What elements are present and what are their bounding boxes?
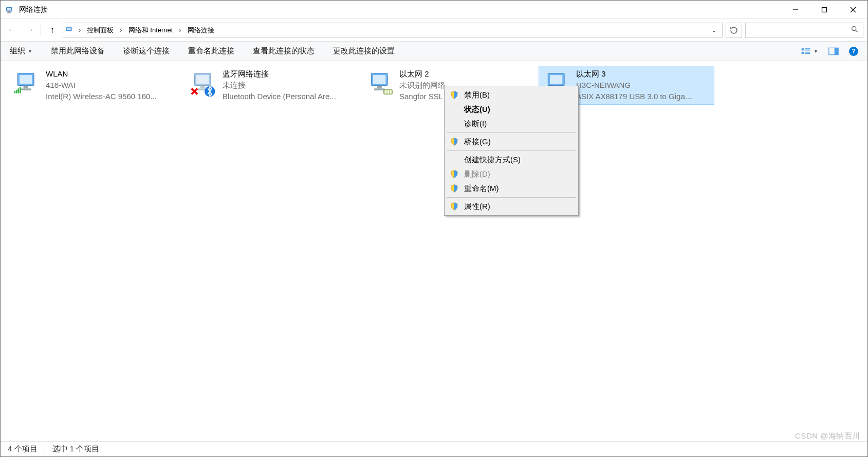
svg-rect-2 <box>8 11 10 12</box>
separator <box>447 150 576 151</box>
status-bar: 4 个项目 选中 1 个项目 <box>1 441 867 456</box>
svg-rect-15 <box>802 51 804 53</box>
address-bar[interactable]: › 控制面板 › 网络和 Internet › 网络连接 ⌄ <box>63 23 723 38</box>
diagnose-button[interactable]: 诊断这个连接 <box>123 46 170 56</box>
svg-rect-24 <box>14 91 15 93</box>
connection-status: H3C-NEIWANG <box>576 80 711 91</box>
item-count: 4 个项目 <box>8 444 38 454</box>
computer-wifi-icon <box>12 68 43 99</box>
svg-point-10 <box>852 27 856 31</box>
svg-rect-13 <box>805 48 810 49</box>
minimize-button[interactable] <box>781 1 810 19</box>
help-icon[interactable]: ? <box>849 47 858 56</box>
computer-bluetooth-disabled-icon <box>189 68 219 99</box>
svg-rect-3 <box>7 12 11 13</box>
svg-rect-23 <box>21 88 31 90</box>
rename-button[interactable]: 重命名此连接 <box>188 46 234 56</box>
organize-button[interactable]: 组织▼ <box>10 46 32 56</box>
svg-rect-16 <box>805 51 810 52</box>
history-dropdown[interactable]: ⌄ <box>708 24 720 36</box>
shield-icon <box>450 202 459 211</box>
connection-device: Bluetooth Device (Personal Are... <box>223 91 357 102</box>
svg-rect-36 <box>373 75 385 84</box>
ctx-shortcut[interactable]: 创建快捷方式(S) <box>446 153 577 167</box>
window-title: 网络连接 <box>19 5 48 14</box>
chevron-down-icon: ▼ <box>814 49 818 54</box>
svg-line-11 <box>856 30 857 32</box>
connection-item-bluetooth[interactable]: 蓝牙网络连接 未连接 Bluetooth Device (Personal Ar… <box>186 66 360 104</box>
connection-item-wlan[interactable]: WLAN 416-WAI Intel(R) Wireless-AC 9560 1… <box>9 66 183 104</box>
svg-rect-1 <box>7 8 11 11</box>
shield-icon <box>450 137 459 146</box>
change-settings-button[interactable]: 更改此连接的设置 <box>333 46 395 56</box>
path-icon <box>65 25 75 35</box>
svg-rect-27 <box>20 87 21 93</box>
preview-pane-button[interactable] <box>828 47 839 55</box>
separator <box>41 25 41 36</box>
ctx-disable[interactable]: 禁用(B) <box>446 88 577 102</box>
svg-rect-26 <box>17 88 19 93</box>
connection-name: 蓝牙网络连接 <box>223 68 357 80</box>
ctx-properties[interactable]: 属性(R) <box>446 199 577 214</box>
connection-list: WLAN 416-WAI Intel(R) Wireless-AC 9560 1… <box>8 66 860 104</box>
up-button[interactable]: ↑ <box>45 23 60 37</box>
title-bar: 网络连接 <box>1 1 867 19</box>
svg-rect-42 <box>390 90 392 93</box>
content-area[interactable]: WLAN 416-WAI Intel(R) Wireless-AC 9560 1… <box>1 61 867 441</box>
refresh-button[interactable] <box>726 23 742 38</box>
connection-status: 416-WAI <box>46 80 180 91</box>
svg-rect-40 <box>385 90 386 93</box>
svg-rect-17 <box>805 53 810 54</box>
connection-name: 以太网 3 <box>576 68 711 80</box>
view-status-button[interactable]: 查看此连接的状态 <box>253 46 315 56</box>
view-options-button[interactable]: ▼ <box>801 47 818 56</box>
shield-icon <box>450 184 459 193</box>
chevron-right-icon: › <box>178 26 182 34</box>
close-button[interactable] <box>839 1 867 19</box>
search-input[interactable] <box>745 23 863 38</box>
ctx-bridge[interactable]: 桥接(G) <box>446 135 577 149</box>
connection-status: 未连接 <box>223 80 357 91</box>
svg-rect-22 <box>24 86 28 89</box>
ctx-delete[interactable]: 删除(D) <box>446 167 577 181</box>
shield-icon <box>450 90 459 100</box>
ctx-rename[interactable]: 重命名(M) <box>446 181 577 196</box>
connection-name: 以太网 2 <box>399 68 534 80</box>
address-row: ← → ↑ › 控制面板 › 网络和 Internet › 网络连接 ⌄ <box>1 19 867 42</box>
svg-rect-37 <box>377 86 382 89</box>
ctx-status[interactable]: 状态(U) <box>446 102 577 117</box>
breadcrumb[interactable]: 网络和 Internet <box>126 26 175 35</box>
disable-device-button[interactable]: 禁用此网络设备 <box>51 46 105 56</box>
chevron-right-icon: › <box>78 26 82 34</box>
connection-device: Intel(R) Wireless-AC 9560 160... <box>46 91 180 102</box>
back-button[interactable]: ← <box>5 23 19 37</box>
svg-rect-38 <box>374 88 385 90</box>
command-bar: 组织▼ 禁用此网络设备 诊断这个连接 重命名此连接 查看此连接的状态 更改此连接… <box>1 42 867 61</box>
svg-rect-41 <box>387 90 389 93</box>
explorer-window: 网络连接 ← → ↑ › 控制面板 › 网络和 Internet › 网络连接 … <box>0 0 868 457</box>
svg-rect-30 <box>200 86 205 89</box>
computer-ethernet-icon <box>365 68 396 99</box>
connection-name: WLAN <box>46 68 180 80</box>
svg-rect-44 <box>550 75 562 84</box>
svg-rect-19 <box>835 48 839 54</box>
separator <box>45 445 45 454</box>
window-icon <box>6 5 15 14</box>
separator <box>447 197 576 198</box>
shield-icon <box>450 169 459 179</box>
breadcrumb[interactable]: 网络连接 <box>186 26 216 35</box>
svg-rect-5 <box>822 7 827 12</box>
forward-button[interactable]: → <box>22 23 36 37</box>
svg-rect-25 <box>16 90 17 93</box>
connection-device: ASIX AX88179 USB 3.0 to Giga... <box>576 91 711 102</box>
chevron-right-icon: › <box>119 26 123 34</box>
svg-rect-9 <box>67 28 71 30</box>
chevron-down-icon: ▼ <box>28 49 32 54</box>
ctx-diagnose[interactable]: 诊断(I) <box>446 117 577 131</box>
maximize-button[interactable] <box>810 1 839 19</box>
breadcrumb[interactable]: 控制面板 <box>85 26 116 35</box>
selected-count: 选中 1 个项目 <box>52 444 100 454</box>
svg-rect-14 <box>805 49 810 50</box>
context-menu: 禁用(B) 状态(U) 诊断(I) 桥接(G) 创建快捷方式(S) 删除(D) … <box>444 86 579 216</box>
svg-rect-21 <box>20 75 32 84</box>
